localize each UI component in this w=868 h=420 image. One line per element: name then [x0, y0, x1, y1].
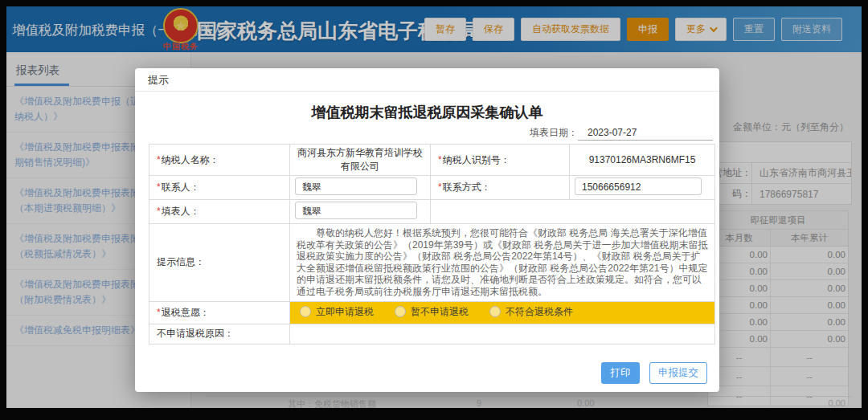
print-button[interactable]: 打印 — [601, 362, 640, 384]
table-row: 联系人： 魏翠 联系方式： 15066656912 — [149, 176, 715, 200]
taxpayer-name-value: 商河县东方新华教育培训学校有限公司 — [290, 145, 431, 176]
table-row: 退税意愿： 立即申请退税暂不申请退税不符合退税条件 — [149, 301, 715, 324]
modal-header-title: 提示 — [148, 74, 169, 86]
notice-text: 尊敬的纳税人您好！根据系统预判，您很可能符合《财政部 税务总局 海关总署关于深化… — [297, 227, 708, 298]
table-row: 纳税人名称： 商河县东方新华教育培训学校有限公司 纳税人识别号： 9137012… — [149, 145, 715, 176]
phone-label: 联系方式： — [431, 176, 570, 200]
notice-label: 提示信息： — [149, 224, 290, 302]
no-refund-reason-label: 不申请退税原因： — [149, 324, 290, 344]
notice-cell: 尊敬的纳税人您好！根据系统预判，您很可能符合《财政部 税务总局 海关总署关于深化… — [290, 224, 715, 302]
table-row: 不申请退税原因： — [149, 324, 715, 344]
empty-cell — [431, 200, 715, 224]
preparer-label: 填表人： — [149, 200, 290, 224]
form-date-row: 填表日期：2023-07-27 — [135, 126, 713, 141]
radio-circle-icon[interactable] — [489, 306, 501, 317]
modal-actions: 打印 申报提交 — [601, 362, 707, 384]
contact-input[interactable]: 魏翠 — [295, 177, 417, 195]
taxpayer-id-value: 91370126MA3RN6MF15 — [570, 145, 715, 176]
no-refund-reason-value — [290, 324, 715, 344]
table-row: 填表人： 魏翠 — [149, 200, 715, 224]
taxpayer-name-label: 纳税人名称： — [149, 145, 290, 176]
form-date-input[interactable]: 2023-07-27 — [578, 127, 713, 141]
submit-declaration-button[interactable]: 申报提交 — [649, 362, 707, 384]
refund-intention-radio-option[interactable]: 立即申请退税 — [300, 305, 374, 319]
confirmation-form-table: 纳税人名称： 商河县东方新华教育培训学校有限公司 纳税人识别号： 9137012… — [149, 144, 715, 345]
refund-intention-options: 立即申请退税暂不申请退税不符合退税条件 — [290, 301, 715, 324]
form-title: 增值税期末留抵退税原因采集确认单 — [135, 103, 719, 122]
table-row: 提示信息： 尊敬的纳税人您好！根据系统预判，您很可能符合《财政部 税务总局 海关… — [149, 224, 715, 302]
refund-intention-radio-option[interactable]: 暂不申请退税 — [395, 305, 469, 319]
refund-intention-radio-option[interactable]: 不符合退税条件 — [489, 305, 573, 319]
radio-option-label: 立即申请退税 — [316, 305, 374, 319]
radio-option-label: 不符合退税条件 — [506, 305, 573, 319]
phone-input[interactable]: 15066656912 — [575, 177, 702, 195]
radio-circle-icon[interactable] — [395, 306, 406, 317]
refund-intention-label: 退税意愿： — [149, 301, 290, 324]
taxpayer-id-label: 纳税人识别号： — [431, 145, 570, 176]
form-date-label: 填表日期： — [530, 127, 578, 138]
radio-circle-icon[interactable] — [300, 306, 311, 317]
contact-label: 联系人： — [149, 176, 290, 200]
refund-confirmation-modal: 提示 增值税期末留抵退税原因采集确认单 填表日期：2023-07-27 纳税人名… — [135, 68, 719, 392]
modal-header: 提示 — [135, 68, 719, 92]
preparer-input[interactable]: 魏翠 — [295, 202, 417, 219]
app-screen: 增值税及附加税费申报（一般纳税人） ★ 中国税务 国家税务总局山东省电子税务局 … — [6, 6, 862, 408]
radio-option-label: 暂不申请退税 — [411, 305, 469, 319]
